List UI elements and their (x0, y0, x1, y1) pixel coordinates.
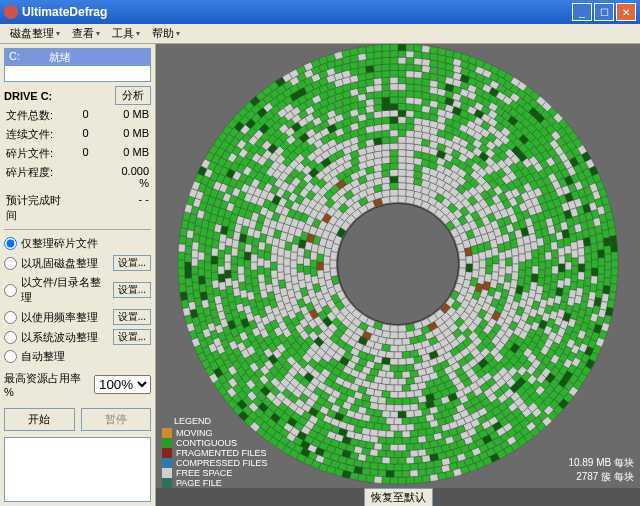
disk-view: LEGEND MOVINGCONTIGUOUSFRAGMENTED FILESC… (156, 44, 640, 506)
svg-point-0 (337, 203, 458, 324)
pause-button[interactable]: 暂停 (81, 408, 152, 431)
stat-row: 连续文件:00 MB (4, 126, 151, 143)
menu-item-defrag[interactable]: 磁盘整理 (4, 24, 66, 43)
bottom-bar: 恢复至默认 (156, 488, 640, 506)
legend-row: CONTIGUOUS (162, 438, 268, 448)
legend-swatch (162, 458, 172, 468)
legend-row: PAGE FILE (162, 478, 268, 488)
legend-label: MOVING (176, 428, 213, 438)
left-panel: C: 就绪 DRIVE C: 分析 文件总数:00 MB 连续文件:00 MB … (0, 44, 156, 506)
radio-only-frag[interactable] (4, 237, 17, 250)
restore-defaults-button[interactable]: 恢复至默认 (364, 488, 433, 507)
config-button[interactable]: 设置... (113, 309, 151, 325)
window-title: UltimateDefrag (22, 5, 107, 19)
menu-item-view[interactable]: 查看 (66, 24, 106, 43)
app-icon (4, 5, 18, 19)
minimize-button[interactable]: _ (572, 3, 592, 21)
disk-info-line: 10.89 MB 每块 (568, 456, 634, 470)
stat-row: 碎片程度:0.000 % (4, 164, 151, 190)
radio-consolidate[interactable] (4, 257, 17, 270)
legend-title: LEGEND (162, 416, 268, 426)
disk-info: 10.89 MB 每块 2787 簇 每块 (568, 456, 634, 484)
menu-item-help[interactable]: 帮助 (146, 24, 186, 43)
radio-auto[interactable] (4, 350, 17, 363)
legend-swatch (162, 478, 172, 488)
radio-system[interactable] (4, 331, 17, 344)
close-button[interactable]: ✕ (616, 3, 636, 21)
titlebar: UltimateDefrag _ ☐ ✕ (0, 0, 640, 24)
legend-swatch (162, 468, 172, 478)
menu-item-tools[interactable]: 工具 (106, 24, 146, 43)
maximize-button[interactable]: ☐ (594, 3, 614, 21)
radio-frequency[interactable] (4, 311, 17, 324)
config-button[interactable]: 设置... (113, 255, 151, 271)
disk-info-line: 2787 簇 每块 (568, 470, 634, 484)
stat-row: 预计完成时间- - (4, 192, 151, 224)
menubar: 磁盘整理 查看 工具 帮助 (0, 24, 640, 44)
legend-row: FREE SPACE (162, 468, 268, 478)
drive-list[interactable]: C: 就绪 (4, 48, 151, 82)
legend-swatch (162, 438, 172, 448)
drive-col2: 就绪 (49, 50, 71, 65)
divider (4, 229, 151, 230)
legend-label: PAGE FILE (176, 478, 222, 488)
drive-label: DRIVE C: (4, 90, 52, 102)
radio-filename[interactable] (4, 284, 17, 297)
config-button[interactable]: 设置... (113, 329, 151, 345)
legend-row: FRAGMENTED FILES (162, 448, 268, 458)
stat-row: 文件总数:00 MB (4, 107, 151, 124)
legend-swatch (162, 448, 172, 458)
legend-label: FREE SPACE (176, 468, 232, 478)
radio-label: 仅整理碎片文件 (21, 236, 151, 251)
legend-row: MOVING (162, 428, 268, 438)
stat-row: 碎片文件:00 MB (4, 145, 151, 162)
usage-select[interactable]: 100% (94, 375, 151, 394)
start-button[interactable]: 开始 (4, 408, 75, 431)
legend-label: COMPRESSED FILES (176, 458, 268, 468)
config-button[interactable]: 设置... (113, 282, 151, 298)
usage-label: 最高资源占用率 % (4, 371, 90, 398)
analyze-button[interactable]: 分析 (115, 86, 151, 105)
log-box (4, 437, 151, 502)
legend-label: CONTIGUOUS (176, 438, 237, 448)
legend-row: COMPRESSED FILES (162, 458, 268, 468)
drive-col1: C: (9, 50, 49, 65)
legend-swatch (162, 428, 172, 438)
legend-label: FRAGMENTED FILES (176, 448, 267, 458)
